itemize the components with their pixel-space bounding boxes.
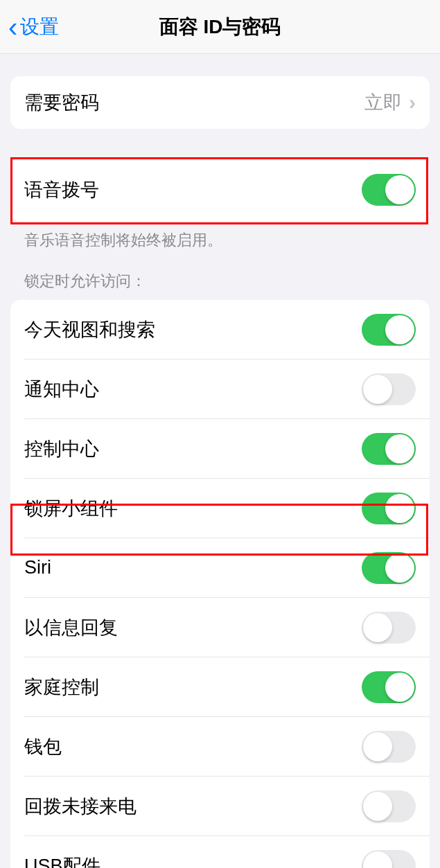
- list-item-label: Siri: [24, 557, 51, 578]
- list-item: 钱包: [10, 717, 430, 777]
- list-item: 锁屏小组件: [10, 479, 430, 538]
- allow-access-list: 今天视图和搜索通知中心控制中心锁屏小组件Siri以信息回复家庭控制钱包回拨未接来…: [10, 300, 430, 868]
- list-item-toggle[interactable]: [362, 373, 416, 405]
- require-passcode-value: 立即: [364, 90, 402, 115]
- list-item: 以信息回复: [10, 598, 430, 657]
- allow-access-header: 锁定时允许访问：: [10, 251, 430, 297]
- passcode-section: 需要密码 立即 ›: [10, 76, 430, 129]
- toggle-knob: [363, 792, 392, 821]
- list-item-label: 回拨未接来电: [24, 794, 137, 819]
- list-item: Siri: [10, 538, 430, 598]
- toggle-knob: [363, 851, 392, 868]
- list-item-toggle[interactable]: [362, 671, 416, 703]
- list-item-toggle[interactable]: [362, 790, 416, 822]
- voice-dial-footer: 音乐语音控制将始终被启用。: [10, 222, 430, 251]
- list-item: 家庭控制: [10, 657, 430, 717]
- back-button[interactable]: ‹ 设置: [8, 13, 59, 41]
- list-item-label: 通知中心: [24, 377, 99, 402]
- list-item-toggle[interactable]: [362, 850, 416, 868]
- list-item-label: 钱包: [24, 734, 62, 759]
- toggle-knob: [363, 732, 392, 761]
- page-title: 面容 ID与密码: [159, 14, 281, 40]
- voice-dial-section: 语音拨号: [10, 158, 430, 222]
- require-passcode-row[interactable]: 需要密码 立即 ›: [10, 76, 430, 129]
- list-item: USB配件: [10, 836, 430, 868]
- voice-dial-row: 语音拨号: [10, 158, 430, 222]
- toggle-knob: [385, 673, 414, 702]
- chevron-right-icon: ›: [409, 91, 416, 114]
- toggle-knob: [385, 434, 414, 463]
- list-item-label: 家庭控制: [24, 675, 99, 700]
- toggle-knob: [385, 175, 414, 204]
- chevron-left-icon: ‹: [8, 13, 17, 41]
- list-item: 今天视图和搜索: [10, 300, 430, 360]
- require-passcode-label: 需要密码: [24, 90, 99, 115]
- list-item: 回拨未接来电: [10, 777, 430, 836]
- toggle-knob: [385, 315, 414, 344]
- list-item-toggle[interactable]: [362, 552, 416, 584]
- toggle-knob: [363, 375, 392, 404]
- list-item-label: 以信息回复: [24, 615, 118, 640]
- list-item-toggle[interactable]: [362, 731, 416, 763]
- list-item-toggle[interactable]: [362, 493, 416, 524]
- list-item-label: 今天视图和搜索: [24, 317, 155, 342]
- toggle-knob: [385, 494, 414, 523]
- list-item-toggle[interactable]: [362, 612, 416, 644]
- voice-dial-toggle[interactable]: [362, 174, 416, 206]
- list-item-label: 锁屏小组件: [24, 496, 118, 521]
- list-item: 控制中心: [10, 419, 430, 479]
- back-label: 设置: [20, 14, 59, 40]
- nav-header: ‹ 设置 面容 ID与密码: [0, 0, 440, 54]
- toggle-knob: [363, 613, 392, 642]
- toggle-knob: [385, 553, 414, 583]
- list-item: 通知中心: [10, 360, 430, 419]
- list-item-toggle[interactable]: [362, 314, 416, 346]
- list-item-toggle[interactable]: [362, 433, 416, 465]
- list-item-label: 控制中心: [24, 436, 99, 461]
- list-item-label: USB配件: [24, 853, 100, 868]
- voice-dial-label: 语音拨号: [24, 177, 99, 202]
